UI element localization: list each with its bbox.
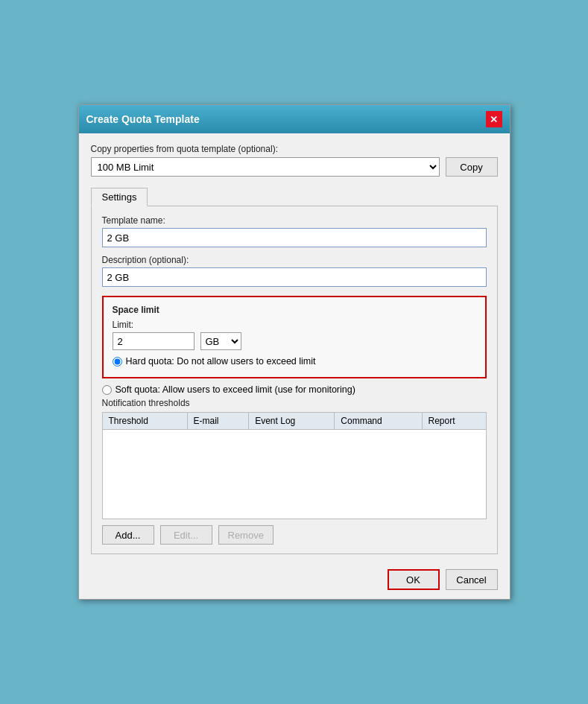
close-button[interactable]: ✕ xyxy=(486,111,502,127)
limit-row: KB MB GB TB xyxy=(113,332,476,350)
threshold-btn-row: Add... Edit... Remove xyxy=(102,525,487,545)
tab-settings[interactable]: Settings xyxy=(91,188,148,206)
col-threshold: Threshold xyxy=(102,413,187,430)
col-report: Report xyxy=(422,413,486,430)
hard-quota-radio[interactable] xyxy=(113,357,122,367)
tab-bar: Settings xyxy=(91,187,498,206)
tab-content: Template name: Description (optional): S… xyxy=(91,206,498,554)
space-limit-title: Space limit xyxy=(113,305,476,315)
notification-section: Notification thresholds Threshold E-mail… xyxy=(102,398,487,545)
create-quota-dialog: Create Quota Template ✕ Copy properties … xyxy=(78,104,510,600)
limit-unit-select[interactable]: KB MB GB TB xyxy=(200,332,241,350)
soft-quota-radio[interactable] xyxy=(102,385,112,395)
description-label: Description (optional): xyxy=(102,255,487,265)
threshold-header-row: Threshold E-mail Event Log Command Repor… xyxy=(102,413,486,430)
description-group: Description (optional): xyxy=(102,255,487,293)
soft-quota-row: Soft quota: Allow users to exceed limit … xyxy=(102,384,487,395)
add-button[interactable]: Add... xyxy=(102,525,154,545)
empty-cell xyxy=(102,430,486,519)
hard-quota-row: Hard quota: Do not allow users to exceed… xyxy=(113,356,476,367)
col-eventlog: Event Log xyxy=(249,413,335,430)
dialog-body: Copy properties from quota template (opt… xyxy=(79,133,510,563)
copy-label: Copy properties from quota template (opt… xyxy=(91,144,498,154)
notification-label: Notification thresholds xyxy=(102,398,487,408)
col-email: E-mail xyxy=(187,413,249,430)
dialog-title: Create Quota Template xyxy=(86,113,200,125)
threshold-tbody xyxy=(102,430,486,519)
soft-quota-label: Soft quota: Allow users to exceed limit … xyxy=(116,384,355,395)
copy-select-row: 100 MB Limit 200 MB Limit 1 GB Limit 2 G… xyxy=(91,157,498,177)
description-input[interactable] xyxy=(102,267,487,287)
template-name-input[interactable] xyxy=(102,228,487,247)
hard-quota-label: Hard quota: Do not allow users to exceed… xyxy=(126,356,316,367)
dialog-footer: OK Cancel xyxy=(79,563,510,599)
copy-button[interactable]: Copy xyxy=(446,157,498,177)
title-bar: Create Quota Template ✕ xyxy=(79,105,510,133)
space-limit-box: Space limit Limit: KB MB GB TB Hard q xyxy=(102,296,487,378)
ok-button[interactable]: OK xyxy=(388,569,440,590)
copy-section: Copy properties from quota template (opt… xyxy=(91,144,498,177)
remove-button[interactable]: Remove xyxy=(218,525,274,545)
col-command: Command xyxy=(335,413,422,430)
limit-label: Limit: xyxy=(113,320,476,330)
cancel-button[interactable]: Cancel xyxy=(446,569,498,590)
template-name-label: Template name: xyxy=(102,215,487,226)
template-select[interactable]: 100 MB Limit 200 MB Limit 1 GB Limit 2 G… xyxy=(91,157,440,177)
threshold-thead: Threshold E-mail Event Log Command Repor… xyxy=(102,413,486,430)
template-name-group: Template name: xyxy=(102,215,487,253)
edit-button[interactable]: Edit... xyxy=(160,525,212,545)
threshold-table: Threshold E-mail Event Log Command Repor… xyxy=(102,412,487,519)
limit-value-input[interactable] xyxy=(113,332,195,350)
tab-container: Settings Template name: Description (opt… xyxy=(91,183,498,554)
table-empty-row xyxy=(102,430,486,519)
